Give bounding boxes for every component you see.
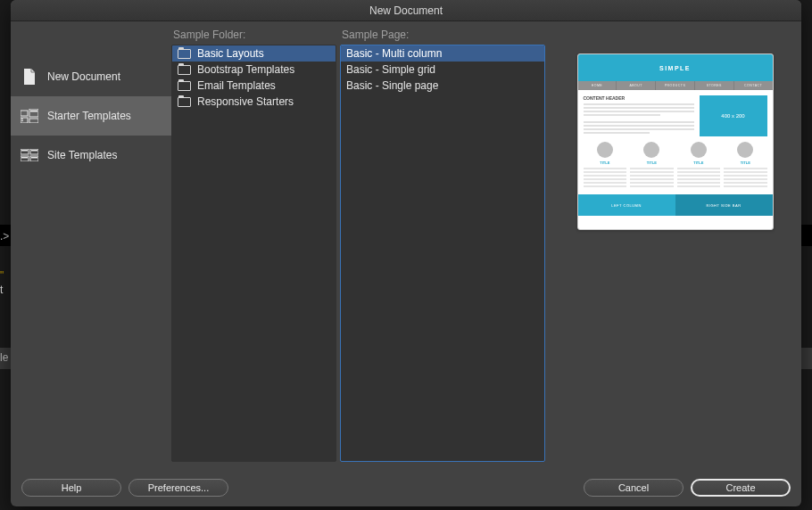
dialog-footer: Help Preferences... Cancel Create bbox=[11, 469, 801, 506]
folder-row-responsive-starters[interactable]: Responsive Starters bbox=[172, 94, 336, 110]
folder-row-label: Basic Layouts bbox=[197, 47, 264, 60]
folder-row-bootstrap-templates[interactable]: Bootstrap Templates bbox=[172, 62, 336, 78]
category-sidebar: New Document Starter Templates Site Temp… bbox=[11, 21, 171, 469]
create-button[interactable]: Create bbox=[691, 479, 791, 497]
help-button[interactable]: Help bbox=[21, 479, 121, 497]
new-document-dialog: New Document New Document Starter Templa… bbox=[11, 0, 801, 506]
sidebar-item-label: Site Templates bbox=[47, 149, 118, 161]
folder-row-label: Bootstrap Templates bbox=[197, 63, 294, 76]
sample-folder-label: Sample Folder: bbox=[171, 29, 336, 41]
folder-icon bbox=[178, 65, 191, 75]
folder-icon bbox=[178, 49, 191, 59]
page-row-label: Basic - Simple grid bbox=[346, 63, 435, 76]
svg-rect-1 bbox=[29, 109, 38, 117]
sidebar-item-label: Starter Templates bbox=[47, 110, 131, 122]
svg-rect-12 bbox=[31, 150, 37, 152]
template-preview: SIMPLE HOMEABOUTPRODUCTSSTORESCONTACT CO… bbox=[577, 53, 774, 230]
svg-rect-6 bbox=[29, 119, 38, 123]
svg-rect-8 bbox=[30, 149, 38, 154]
preferences-button[interactable]: Preferences... bbox=[128, 479, 228, 497]
sample-folder-listbox[interactable]: Basic Layouts Bootstrap Templates Email … bbox=[171, 45, 336, 462]
preview-header: SIMPLE bbox=[578, 54, 773, 81]
svg-rect-13 bbox=[21, 157, 28, 159]
sidebar-item-starter-templates[interactable]: Starter Templates bbox=[11, 96, 171, 136]
folder-icon bbox=[178, 81, 191, 91]
site-templates-icon bbox=[20, 147, 39, 163]
svg-rect-7 bbox=[21, 149, 29, 154]
page-row-multi-column[interactable]: Basic - Multi column bbox=[341, 45, 544, 62]
folder-icon bbox=[178, 97, 191, 107]
svg-rect-0 bbox=[21, 111, 28, 116]
page-row-simple-grid[interactable]: Basic - Simple grid bbox=[341, 62, 544, 78]
sample-page-label: Sample Page: bbox=[340, 29, 545, 41]
svg-rect-4 bbox=[21, 119, 23, 119]
folder-row-label: Responsive Starters bbox=[197, 95, 294, 108]
preview-nav: HOMEABOUTPRODUCTSSTORESCONTACT bbox=[578, 81, 773, 90]
svg-rect-2 bbox=[30, 111, 37, 112]
svg-rect-5 bbox=[21, 120, 23, 121]
folder-row-email-templates[interactable]: Email Templates bbox=[172, 78, 336, 94]
templates-icon bbox=[20, 108, 39, 124]
window-title: New Document bbox=[11, 0, 801, 21]
document-icon bbox=[20, 69, 39, 85]
sidebar-item-site-templates[interactable]: Site Templates bbox=[11, 136, 171, 175]
sidebar-item-label: New Document bbox=[47, 70, 120, 83]
folder-row-label: Email Templates bbox=[197, 79, 276, 92]
page-row-label: Basic - Single page bbox=[346, 79, 438, 92]
page-row-label: Basic - Multi column bbox=[346, 47, 442, 60]
folder-row-basic-layouts[interactable]: Basic Layouts bbox=[172, 45, 336, 62]
svg-rect-10 bbox=[30, 156, 38, 161]
page-row-single-page[interactable]: Basic - Single page bbox=[341, 78, 544, 94]
svg-rect-9 bbox=[21, 156, 29, 161]
sidebar-item-new-document[interactable]: New Document bbox=[11, 57, 171, 96]
svg-rect-11 bbox=[21, 150, 28, 152]
cancel-button[interactable]: Cancel bbox=[584, 479, 684, 497]
preview-hero-placeholder: 400 x 200 bbox=[700, 95, 767, 136]
svg-rect-14 bbox=[31, 157, 37, 159]
sample-page-listbox[interactable]: Basic - Multi column Basic - Simple grid… bbox=[340, 45, 545, 462]
